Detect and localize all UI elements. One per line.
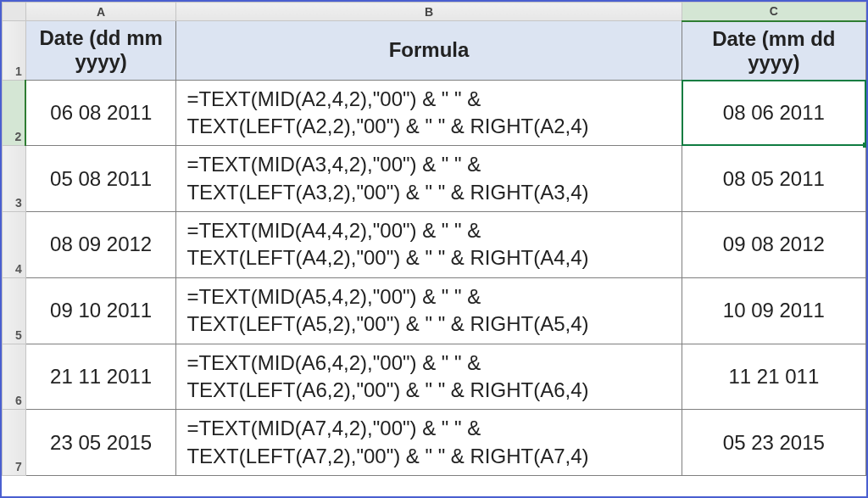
select-all-corner[interactable] bbox=[3, 3, 26, 21]
row-header-3[interactable]: 3 bbox=[3, 146, 26, 212]
table-row: 723 05 2015=TEXT(MID(A7,4,2),"00") & " "… bbox=[3, 410, 866, 476]
cell-A3[interactable]: 05 08 2011 bbox=[25, 146, 175, 212]
cell-A2[interactable]: 06 08 2011 bbox=[25, 80, 175, 146]
row-header-6[interactable]: 6 bbox=[3, 344, 26, 410]
cell-C5[interactable]: 10 09 2011 bbox=[682, 277, 865, 344]
cell-B5[interactable]: =TEXT(MID(A5,4,2),"00") & " " &TEXT(LEFT… bbox=[176, 277, 682, 344]
grid: A B C 1 Date (dd mm yyyy) Formula Date (… bbox=[2, 2, 866, 476]
cell-C6[interactable]: 11 21 011 bbox=[682, 344, 865, 410]
cell-C4[interactable]: 09 08 2012 bbox=[682, 212, 865, 278]
header-date-mmddyyyy[interactable]: Date (mm dd yyyy) bbox=[682, 21, 865, 81]
column-header-B[interactable]: B bbox=[176, 3, 682, 21]
row-header-5[interactable]: 5 bbox=[3, 277, 26, 344]
cell-B7[interactable]: =TEXT(MID(A7,4,2),"00") & " " &TEXT(LEFT… bbox=[176, 410, 682, 476]
cell-B2[interactable]: =TEXT(MID(A2,4,2),"00") & " " &TEXT(LEFT… bbox=[176, 80, 682, 146]
header-formula[interactable]: Formula bbox=[176, 21, 682, 81]
cell-C3[interactable]: 08 05 2011 bbox=[682, 146, 865, 212]
cell-C7[interactable]: 05 23 2015 bbox=[682, 410, 865, 476]
row-header-4[interactable]: 4 bbox=[3, 212, 26, 278]
table-row: 206 08 2011=TEXT(MID(A2,4,2),"00") & " "… bbox=[3, 80, 866, 146]
column-header-C[interactable]: C bbox=[682, 3, 865, 21]
table-row: 1 Date (dd mm yyyy) Formula Date (mm dd … bbox=[3, 21, 866, 81]
cell-A7[interactable]: 23 05 2015 bbox=[25, 410, 175, 476]
row-header-1[interactable]: 1 bbox=[3, 21, 26, 81]
cell-B6[interactable]: =TEXT(MID(A6,4,2),"00") & " " &TEXT(LEFT… bbox=[176, 344, 682, 410]
cell-A5[interactable]: 09 10 2011 bbox=[25, 277, 175, 344]
header-date-ddmmyyyy[interactable]: Date (dd mm yyyy) bbox=[25, 21, 175, 81]
column-header-row: A B C bbox=[3, 3, 866, 21]
row-header-2[interactable]: 2 bbox=[3, 80, 26, 146]
cell-B3[interactable]: =TEXT(MID(A3,4,2),"00") & " " &TEXT(LEFT… bbox=[176, 146, 682, 212]
row-header-7[interactable]: 7 bbox=[3, 410, 26, 476]
column-header-A[interactable]: A bbox=[25, 3, 175, 21]
table-row: 408 09 2012=TEXT(MID(A4,4,2),"00") & " "… bbox=[3, 212, 866, 278]
cell-C2[interactable]: 08 06 2011 bbox=[682, 80, 865, 146]
cell-B4[interactable]: =TEXT(MID(A4,4,2),"00") & " " &TEXT(LEFT… bbox=[176, 212, 682, 278]
cell-A6[interactable]: 21 11 2011 bbox=[25, 344, 175, 410]
table-row: 621 11 2011=TEXT(MID(A6,4,2),"00") & " "… bbox=[3, 344, 866, 410]
table-row: 305 08 2011=TEXT(MID(A3,4,2),"00") & " "… bbox=[3, 146, 866, 212]
cell-A4[interactable]: 08 09 2012 bbox=[25, 212, 175, 278]
spreadsheet: A B C 1 Date (dd mm yyyy) Formula Date (… bbox=[0, 0, 868, 498]
table-row: 509 10 2011=TEXT(MID(A5,4,2),"00") & " "… bbox=[3, 277, 866, 344]
